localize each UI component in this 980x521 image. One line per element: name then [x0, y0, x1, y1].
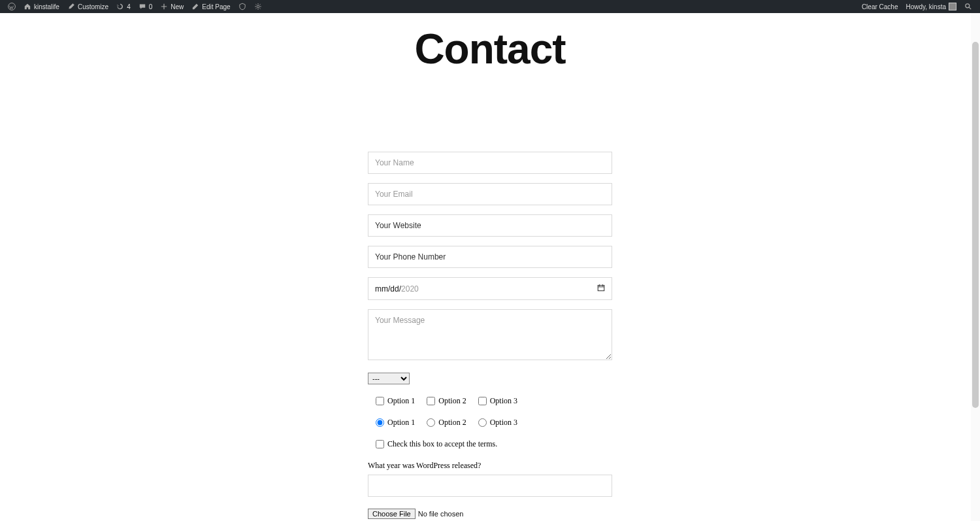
gear-icon [254, 3, 262, 10]
svg-point-2 [966, 4, 970, 8]
new-text: New [171, 3, 184, 10]
website-input[interactable] [368, 214, 612, 237]
date-display: mm/dd/2020 [375, 284, 419, 294]
edit-page-link[interactable]: Edit Page [188, 3, 234, 10]
radio-option-2[interactable]: Option 2 [427, 418, 466, 428]
radio-option-3[interactable]: Option 3 [478, 418, 517, 428]
comment-icon [139, 3, 146, 10]
quiz-input[interactable] [368, 475, 612, 497]
edit-page-text: Edit Page [202, 3, 230, 10]
checkbox-option-2[interactable]: Option 2 [427, 396, 466, 406]
updates-icon [116, 3, 124, 10]
terms-label: Check this box to accept the terms. [387, 439, 497, 449]
account-link[interactable]: Howdy, kinsta [902, 3, 960, 10]
svg-rect-3 [598, 285, 604, 290]
date-input[interactable]: mm/dd/2020 [368, 277, 612, 300]
page-title: Contact [0, 25, 980, 73]
choose-file-button[interactable]: Choose File [368, 509, 416, 519]
radio-group: Option 1 Option 2 Option 3 [368, 418, 612, 428]
clear-cache-text: Clear Cache [862, 3, 898, 10]
shield-icon [238, 3, 246, 10]
comments-count: 0 [149, 3, 153, 10]
dropdown-select[interactable]: --- [368, 373, 410, 384]
wp-logo[interactable] [4, 3, 20, 10]
scrollbar[interactable] [971, 13, 980, 521]
updates-count: 4 [127, 3, 131, 10]
plus-icon [160, 3, 168, 10]
svg-point-0 [8, 3, 16, 10]
search-toggle[interactable] [960, 3, 976, 10]
phone-input[interactable] [368, 246, 612, 268]
file-upload-row: Choose File No file chosen [368, 509, 612, 519]
svg-point-1 [257, 5, 259, 8]
wp-admin-bar: kinstalife Customize 4 0 New Edit Page [0, 0, 980, 13]
checkbox-option-3[interactable]: Option 3 [478, 396, 517, 406]
page-content: Contact mm/dd/2020 --- Option 1 Option 2… [0, 25, 980, 521]
scrollbar-thumb[interactable] [972, 42, 979, 408]
contact-form: mm/dd/2020 --- Option 1 Option 2 Option … [368, 152, 612, 521]
clear-cache-link[interactable]: Clear Cache [858, 3, 902, 10]
file-status: No file chosen [418, 510, 464, 518]
pencil-icon [191, 3, 199, 10]
howdy-text: Howdy, kinsta [906, 3, 946, 10]
updates-link[interactable]: 4 [112, 3, 135, 10]
checkbox-option-1[interactable]: Option 1 [376, 396, 415, 406]
name-input[interactable] [368, 152, 612, 174]
calendar-icon [597, 284, 605, 294]
terms-checkbox-row[interactable]: Check this box to accept the terms. [368, 439, 612, 449]
checkbox-group: Option 1 Option 2 Option 3 [368, 396, 612, 406]
plugin-icon-2[interactable] [250, 3, 266, 10]
wordpress-icon [8, 3, 16, 10]
quiz-question: What year was WordPress released? [368, 461, 612, 471]
plugin-icon-1[interactable] [235, 3, 250, 10]
customize-text: Customize [78, 3, 108, 10]
customize-link[interactable]: Customize [63, 3, 112, 10]
site-name-text: kinstalife [34, 3, 59, 10]
radio-option-1[interactable]: Option 1 [376, 418, 415, 428]
admin-bar-left: kinstalife Customize 4 0 New Edit Page [4, 3, 266, 10]
admin-bar-right: Clear Cache Howdy, kinsta [858, 3, 976, 10]
brush-icon [67, 3, 75, 10]
terms-checkbox[interactable] [376, 440, 384, 448]
site-name-link[interactable]: kinstalife [20, 3, 63, 10]
avatar [949, 3, 956, 10]
comments-link[interactable]: 0 [135, 3, 157, 10]
home-icon [24, 3, 31, 10]
new-link[interactable]: New [156, 3, 188, 10]
message-input[interactable] [368, 309, 612, 360]
search-icon [964, 3, 972, 10]
email-input[interactable] [368, 183, 612, 205]
